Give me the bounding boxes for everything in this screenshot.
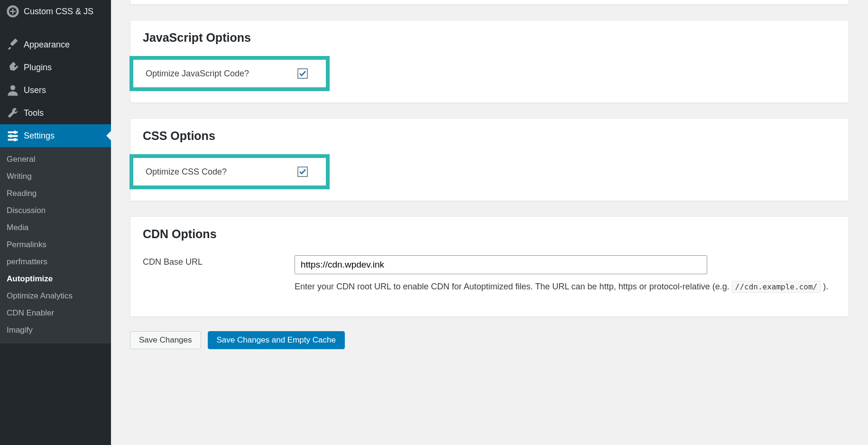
submenu-item-imagify[interactable]: Imagify xyxy=(0,322,111,339)
cdn-base-url-input[interactable] xyxy=(295,255,707,274)
brush-icon xyxy=(7,39,19,50)
menu-label: Custom CSS & JS xyxy=(24,7,93,17)
menu-item-tools[interactable]: Tools xyxy=(0,102,111,124)
cdn-options-panel: CDN Options CDN Base URL Enter your CDN … xyxy=(130,216,849,317)
menu-label: Tools xyxy=(24,108,44,118)
save-empty-cache-button[interactable]: Save Changes and Empty Cache xyxy=(208,331,345,349)
optimize-js-label: Optimize JavaScript Code? xyxy=(146,69,297,79)
js-optimize-highlight: Optimize JavaScript Code? xyxy=(129,56,330,91)
javascript-options-panel: JavaScript Options Optimize JavaScript C… xyxy=(130,20,849,103)
css-optimize-highlight: Optimize CSS Code? xyxy=(129,154,330,189)
cdn-example-code: //cdn.example.com/ xyxy=(732,281,821,293)
wrench-icon xyxy=(7,107,19,119)
svg-point-3 xyxy=(10,85,15,90)
cdn-help-text: Enter your CDN root URL to enable CDN fo… xyxy=(295,280,836,294)
optimize-css-label: Optimize CSS Code? xyxy=(146,167,297,177)
svg-rect-7 xyxy=(14,131,16,134)
svg-rect-4 xyxy=(8,131,18,133)
css-options-panel: CSS Options Optimize CSS Code? xyxy=(130,118,849,201)
submenu-item-writing[interactable]: Writing xyxy=(0,168,111,185)
panel-trim-top xyxy=(130,0,849,5)
submenu-item-general[interactable]: General xyxy=(0,151,111,168)
svg-rect-9 xyxy=(14,138,16,141)
check-icon xyxy=(299,168,306,176)
submenu-item-cdn-enabler[interactable]: CDN Enabler xyxy=(0,305,111,322)
svg-rect-8 xyxy=(10,134,12,138)
plus-circle-icon xyxy=(7,6,19,17)
svg-rect-5 xyxy=(8,135,18,137)
svg-rect-6 xyxy=(8,139,18,141)
menu-item-users[interactable]: Users xyxy=(0,79,111,102)
menu-label: Settings xyxy=(24,131,55,141)
submenu-item-media[interactable]: Media xyxy=(0,219,111,236)
cdn-base-url-label: CDN Base URL xyxy=(143,255,295,267)
panel-title-css: CSS Options xyxy=(130,119,849,148)
plug-icon xyxy=(7,62,19,73)
menu-item-settings[interactable]: Settings xyxy=(0,124,111,147)
menu-label: Plugins xyxy=(24,63,52,73)
check-icon xyxy=(299,70,306,77)
optimize-css-checkbox[interactable] xyxy=(297,167,308,177)
submenu-item-permalinks[interactable]: Permalinks xyxy=(0,236,111,253)
optimize-js-checkbox[interactable] xyxy=(297,68,308,79)
settings-submenu: General Writing Reading Discussion Media… xyxy=(0,147,111,343)
save-changes-button[interactable]: Save Changes xyxy=(130,331,201,349)
panel-title-js: JavaScript Options xyxy=(130,20,849,49)
menu-item-custom-css-js[interactable]: Custom CSS & JS xyxy=(0,0,111,23)
panel-title-cdn: CDN Options xyxy=(130,217,849,246)
submenu-item-perfmatters[interactable]: perfmatters xyxy=(0,253,111,270)
menu-label: Users xyxy=(24,85,46,95)
cdn-base-url-row: CDN Base URL Enter your CDN root URL to … xyxy=(130,246,849,303)
submenu-item-optimize-analytics[interactable]: Optimize Analytics xyxy=(0,287,111,305)
action-buttons: Save Changes Save Changes and Empty Cach… xyxy=(130,331,849,349)
menu-item-appearance[interactable]: Appearance xyxy=(0,33,111,56)
submenu-item-discussion[interactable]: Discussion xyxy=(0,202,111,219)
submenu-item-autoptimize[interactable]: Autoptimize xyxy=(0,270,111,287)
sliders-icon xyxy=(7,130,19,141)
svg-rect-2 xyxy=(10,11,16,12)
main-content: JavaScript Options Optimize JavaScript C… xyxy=(111,0,868,445)
menu-label: Appearance xyxy=(24,40,70,50)
menu-item-plugins[interactable]: Plugins xyxy=(0,56,111,79)
user-icon xyxy=(7,84,19,96)
admin-sidebar: Custom CSS & JS Appearance Plugins Users… xyxy=(0,0,111,445)
submenu-item-reading[interactable]: Reading xyxy=(0,185,111,202)
